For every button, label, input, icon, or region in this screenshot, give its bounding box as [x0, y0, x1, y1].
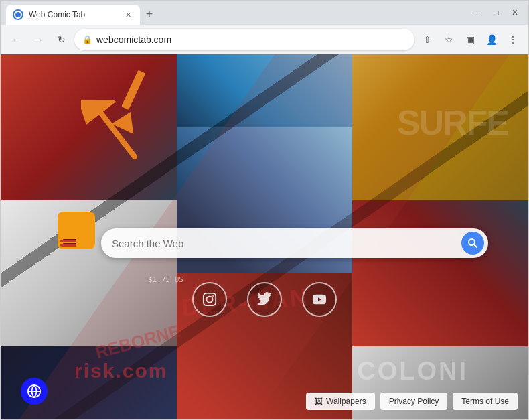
svg-point-5 [206, 296, 212, 302]
window-controls: ─ □ ✕ [469, 5, 523, 25]
bookmark-icon[interactable]: ☆ [439, 29, 459, 50]
svg-rect-4 [204, 293, 216, 305]
bottom-bar: 🖼 Wallpapers Privacy Policy Terms of Use [306, 393, 518, 410]
profile-icon[interactable]: 👤 [481, 29, 502, 50]
nav-right-icons: ⇧ ☆ ▣ 👤 ⋮ [417, 29, 523, 50]
terms-of-use-button[interactable]: Terms of Use [453, 393, 518, 410]
instagram-icon[interactable] [192, 282, 227, 317]
hamburger-line-2 [63, 243, 76, 245]
split-view-icon[interactable]: ▣ [460, 29, 480, 50]
tab-close-button[interactable]: ✕ [123, 9, 133, 20]
menu-icon[interactable]: ⋮ [503, 29, 523, 50]
globe-icon[interactable] [21, 378, 48, 405]
comic-panel-1 [1, 54, 177, 200]
wallpapers-label: Wallpapers [326, 397, 366, 406]
browser-tab[interactable]: Web Comic Tab ✕ [6, 5, 140, 25]
comic-panel-6 [352, 200, 528, 346]
search-icon [467, 238, 478, 249]
lock-icon: 🔒 [82, 35, 92, 44]
privacy-label: Privacy Policy [389, 397, 439, 406]
close-button[interactable]: ✕ [507, 5, 523, 21]
svg-point-6 [212, 295, 214, 297]
tab-title: Web Comic Tab [29, 10, 117, 19]
hamburger-line-1 [63, 239, 76, 241]
new-tab-button[interactable]: + [140, 5, 159, 23]
search-input[interactable] [112, 238, 461, 249]
comic-panel-2 [177, 54, 353, 127]
tab-favicon [13, 9, 23, 20]
address-bar[interactable]: 🔒 webcomictab.com [74, 29, 414, 50]
search-button[interactable] [461, 232, 484, 255]
title-bar: Web Comic Tab ✕ + ─ □ ✕ [1, 1, 528, 25]
minimize-button[interactable]: ─ [469, 5, 485, 21]
browser-frame: Web Comic Tab ✕ + ─ □ ✕ ← → ↻ 🔒 webcomic… [0, 0, 529, 420]
forward-button[interactable]: → [29, 29, 49, 50]
url-text: webcomictab.com [96, 34, 406, 45]
nav-bar: ← → ↻ 🔒 webcomictab.com ⇧ ☆ ▣ 👤 ⋮ [1, 25, 528, 54]
share-icon[interactable]: ⇧ [417, 29, 437, 50]
twitter-icon[interactable] [247, 282, 282, 317]
refresh-button[interactable]: ↻ [52, 29, 72, 50]
social-icons [1, 282, 528, 317]
back-button[interactable]: ← [6, 29, 26, 50]
main-content: SURFE DER-MAN REBORNE risk.com COLONI $1… [1, 54, 528, 419]
wallpapers-button[interactable]: 🖼 Wallpapers [306, 393, 375, 410]
wallpapers-icon: 🖼 [315, 397, 323, 406]
svg-line-3 [474, 244, 477, 247]
privacy-policy-button[interactable]: Privacy Policy [380, 393, 448, 410]
terms-label: Terms of Use [461, 397, 509, 406]
hamburger-icon [63, 239, 76, 245]
app-icon[interactable] [58, 212, 95, 249]
restore-button[interactable]: □ [488, 5, 504, 21]
search-container [101, 228, 488, 258]
comic-panel-3 [352, 54, 528, 200]
app-icon-background [58, 212, 95, 249]
youtube-icon[interactable] [302, 282, 337, 317]
